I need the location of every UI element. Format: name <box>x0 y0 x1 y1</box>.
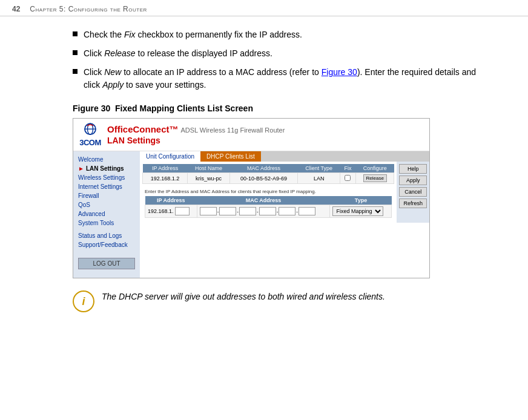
list-item: Click Release to release the displayed I… <box>73 47 492 60</box>
bullet-list: Check the Fix checkbox to permanently fi… <box>73 28 492 91</box>
mac-input-4[interactable] <box>259 207 276 215</box>
fix-checkbox[interactable] <box>345 175 351 181</box>
mac-input-1[interactable] <box>200 207 217 215</box>
col-client-type: Client Type <box>298 164 340 173</box>
fixed-mapping-section: Enter the IP Address and MAC Address for… <box>142 186 394 220</box>
router-sidebar: Welcome ►LAN Settings Wireless Settings … <box>73 151 140 278</box>
col-configure: Configure <box>356 164 394 173</box>
arrow-icon: ► <box>78 165 84 172</box>
content-area: Check the Fix checkbox to permanently fi… <box>0 16 528 324</box>
tab-unit-configuration[interactable]: Unit Configuration <box>140 151 200 162</box>
fm-col-type: Type <box>330 196 392 205</box>
page-number: 42 <box>12 5 20 13</box>
list-item: Click New to allocate an IP address to a… <box>73 66 492 91</box>
table-row: 192.168.1.2 kris_wu-pc 00-10-B5-52-A9-69… <box>143 173 394 184</box>
mac-sep-4: - <box>277 209 279 214</box>
table-area: IP Address Host Name MAC Address Client … <box>140 162 397 223</box>
info-icon: i <box>73 290 94 312</box>
bullet-icon <box>73 69 78 74</box>
mac-sep-3: - <box>257 209 259 214</box>
mac-input-3[interactable] <box>239 207 256 215</box>
sidebar-item-qos[interactable]: QoS <box>73 200 140 209</box>
bullet-icon <box>73 31 78 36</box>
sidebar-item-advanced[interactable]: Advanced <box>73 209 140 218</box>
sidebar-item-system-tools[interactable]: System Tools <box>73 218 140 228</box>
bullet-text-3: Click New to allocate an IP address to a… <box>84 66 492 91</box>
figure-number: Figure 30 <box>73 103 110 113</box>
3com-logo-icon <box>79 122 101 138</box>
release-italic: Release <box>104 48 135 58</box>
fm-mac-cell[interactable]: - - - - <box>197 205 330 218</box>
fixed-mapping-table: IP Address MAC Address Type 192.168.1. <box>145 196 392 218</box>
list-item: Check the Fix checkbox to permanently fi… <box>73 28 492 41</box>
bullet-icon <box>73 50 78 55</box>
brand-name: OfficeConnect <box>107 124 170 134</box>
refresh-button[interactable]: Refresh <box>399 199 427 208</box>
ip-prefix: 192.168.1. <box>148 208 174 214</box>
sidebar-logout-button[interactable]: LOG OUT <box>78 258 135 269</box>
sidebar-item-lan[interactable]: ►LAN Settings <box>73 164 140 173</box>
help-button[interactable]: Help <box>399 164 427 174</box>
cancel-button[interactable]: Cancel <box>399 187 427 197</box>
adsl-label: ADSL Wireless 11g Firewall Router <box>180 126 285 134</box>
trademark: ™ <box>170 124 179 134</box>
note-text: The DHCP server will give out addresses … <box>102 290 385 303</box>
release-button[interactable]: Release <box>363 174 387 182</box>
sidebar-item-status-logs[interactable]: Status and Logs <box>73 231 140 240</box>
router-screenshot: 3COM OfficeConnect™ ADSL Wireless 11g Fi… <box>73 118 430 278</box>
side-buttons: Help Apply Cancel Refresh <box>397 162 429 223</box>
3com-text: 3COM <box>79 138 101 147</box>
figure-label: Figure 30 Fixed Mapping Clients List Scr… <box>73 103 492 113</box>
apply-italic: Apply <box>102 80 124 90</box>
col-mac: MAC Address <box>229 164 298 173</box>
sidebar-item-support[interactable]: Support/Feedback <box>73 240 140 249</box>
sidebar-divider2 <box>73 249 140 253</box>
cell-host: kris_wu-pc <box>188 173 230 184</box>
sidebar-item-firewall[interactable]: Firewall <box>73 191 140 200</box>
officeconnect-title: OfficeConnect™ ADSL Wireless 11g Firewal… <box>107 124 285 134</box>
new-italic: New <box>104 67 121 77</box>
main-content-area: IP Address Host Name MAC Address Client … <box>140 162 429 223</box>
mac-input-5[interactable] <box>279 207 295 215</box>
type-select[interactable]: Fixed Mapping <box>332 206 383 216</box>
fm-col-ip: IP Address <box>145 196 197 205</box>
mac-input-2[interactable] <box>219 207 236 215</box>
col-fix: Fix <box>340 164 355 173</box>
router-body: Welcome ►LAN Settings Wireless Settings … <box>73 151 429 278</box>
mac-sep-1: - <box>217 209 219 214</box>
figure30-link[interactable]: Figure 30 <box>322 67 357 77</box>
sidebar-item-welcome[interactable]: Welcome <box>73 155 140 164</box>
cell-ip: 192.168.1.2 <box>143 173 188 184</box>
dhcp-table: IP Address Host Name MAC Address Client … <box>142 164 394 184</box>
tab-dhcp-clients[interactable]: DHCP Clients List <box>200 151 261 162</box>
router-main-area: Unit Configuration DHCP Clients List IP … <box>140 151 429 278</box>
section-title: LAN Settings <box>107 136 285 145</box>
note-box: i The DHCP server will give out addresse… <box>73 290 492 312</box>
mac-sep-2: - <box>237 209 239 214</box>
ip-suffix-input[interactable] <box>175 207 190 215</box>
cell-configure[interactable]: Release <box>356 173 394 184</box>
apply-button[interactable]: Apply <box>399 176 427 185</box>
brand-text: OfficeConnect™ ADSL Wireless 11g Firewal… <box>107 124 285 145</box>
logo-area: 3COM <box>79 122 101 147</box>
sidebar-item-internet[interactable]: Internet Settings <box>73 182 140 191</box>
router-header: 3COM OfficeConnect™ ADSL Wireless 11g Fi… <box>73 119 429 151</box>
figure-caption: Fixed Mapping Clients List Screen <box>115 103 253 113</box>
fm-ip-cell[interactable]: 192.168.1. <box>145 205 197 218</box>
cell-mac: 00-10-B5-52-A9-69 <box>229 173 298 184</box>
bullet-text-2: Click Release to release the displayed I… <box>84 47 492 60</box>
chapter-title: Chapter 5: Configuring the Router <box>30 5 147 13</box>
fm-col-mac: MAC Address <box>197 196 330 205</box>
fm-row: 192.168.1. - - <box>145 205 392 218</box>
tab-bar: Unit Configuration DHCP Clients List <box>140 151 429 162</box>
col-ip: IP Address <box>143 164 188 173</box>
mac-input-6[interactable] <box>299 207 315 215</box>
page-header: 42 Chapter 5: Configuring the Router <box>0 0 528 16</box>
cell-type: LAN <box>298 173 340 184</box>
fm-type-cell[interactable]: Fixed Mapping <box>330 205 392 218</box>
cell-fix[interactable] <box>340 173 355 184</box>
fix-italic: Fix <box>124 30 136 39</box>
fixed-mapping-note: Enter the IP Address and MAC Address for… <box>145 189 392 194</box>
sidebar-item-wireless[interactable]: Wireless Settings <box>73 173 140 182</box>
mac-sep-5: - <box>296 209 298 214</box>
